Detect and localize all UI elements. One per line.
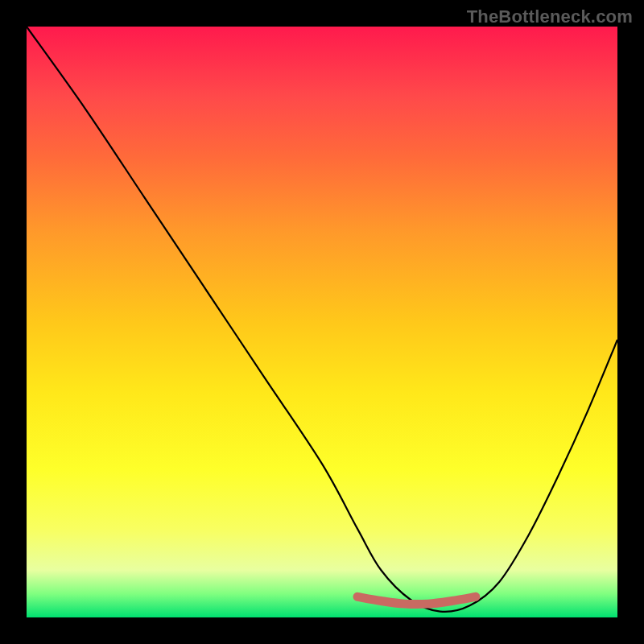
curve-overlay [27, 27, 617, 617]
bottleneck-curve [27, 27, 617, 612]
watermark-label: TheBottleneck.com [467, 6, 633, 27]
plot-area [27, 27, 617, 617]
optimal-highlight [357, 597, 476, 604]
chart-frame: TheBottleneck.com [0, 0, 644, 644]
